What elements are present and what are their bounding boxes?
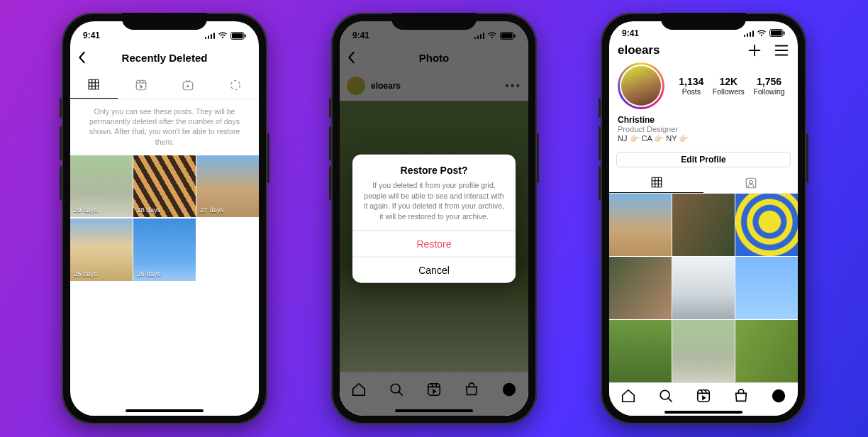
stat-number: 12K bbox=[713, 76, 745, 87]
profile-icon bbox=[771, 388, 786, 404]
bottom-nav bbox=[609, 382, 798, 409]
shop-icon bbox=[733, 388, 749, 404]
days-left-badge: 27 days bbox=[200, 206, 223, 214]
tab-posts-grid[interactable] bbox=[609, 173, 703, 193]
alert-body: If you deleted it from your profile grid… bbox=[352, 180, 516, 231]
grid-icon bbox=[87, 78, 100, 91]
back-button[interactable] bbox=[77, 51, 87, 64]
status-time: 9:41 bbox=[83, 31, 100, 40]
svg-rect-14 bbox=[784, 31, 785, 35]
create-button[interactable] bbox=[747, 43, 762, 58]
profile-header: eloears bbox=[609, 40, 798, 60]
stat-number: 1,756 bbox=[753, 76, 784, 87]
svg-point-16 bbox=[749, 180, 752, 184]
signal-icon bbox=[205, 32, 216, 39]
profile-bio: Christine Product Designer NJ 👉🏻 CA 👉🏻 N… bbox=[609, 112, 798, 149]
deleted-post[interactable]: 28 days bbox=[133, 155, 196, 218]
media-type-tabs bbox=[70, 71, 259, 99]
days-left-badge: 29 days bbox=[74, 206, 97, 214]
stat-following[interactable]: 1,756 Following bbox=[753, 76, 784, 96]
tab-igtv[interactable] bbox=[165, 71, 212, 99]
edit-profile-button[interactable]: Edit Profile bbox=[616, 152, 791, 167]
wifi-icon bbox=[218, 32, 228, 39]
profile-posts-grid bbox=[609, 194, 798, 382]
svg-point-19 bbox=[772, 389, 785, 402]
username-dropdown[interactable]: eloears bbox=[618, 43, 660, 57]
menu-button[interactable] bbox=[774, 44, 789, 57]
phone-recently-deleted: 9:41 Recently Deleted bbox=[62, 13, 267, 424]
profile-post[interactable] bbox=[735, 257, 798, 319]
profile-post[interactable] bbox=[735, 194, 798, 256]
profile-post[interactable] bbox=[609, 194, 672, 256]
home-indicator[interactable] bbox=[70, 406, 259, 416]
reels-icon bbox=[135, 79, 148, 92]
restore-button[interactable]: Restore bbox=[352, 230, 516, 256]
nav-reels[interactable] bbox=[696, 388, 711, 404]
status-indicators bbox=[205, 32, 247, 40]
profile-tabs bbox=[609, 173, 798, 194]
profile-post[interactable] bbox=[609, 257, 672, 319]
svg-rect-13 bbox=[771, 31, 782, 35]
stat-posts[interactable]: 1,134 Posts bbox=[679, 76, 703, 96]
profile-picture[interactable] bbox=[618, 62, 664, 109]
wifi-icon bbox=[757, 30, 767, 37]
profile-post[interactable] bbox=[672, 194, 735, 256]
nav-shop[interactable] bbox=[733, 388, 749, 404]
signal-icon bbox=[744, 30, 755, 37]
svg-rect-1 bbox=[232, 33, 243, 38]
battery-icon bbox=[769, 29, 785, 37]
tab-stories[interactable] bbox=[212, 71, 260, 99]
bio-category: Product Designer bbox=[618, 125, 789, 133]
profile-stats-row: 1,134 Posts 12K Followers 1,756 Followin… bbox=[609, 60, 798, 112]
page-title: Recently Deleted bbox=[122, 52, 208, 64]
nav-home[interactable] bbox=[621, 388, 636, 404]
home-icon bbox=[621, 388, 636, 404]
tab-grid[interactable] bbox=[70, 71, 118, 99]
deleted-post[interactable]: 27 days bbox=[196, 155, 259, 218]
bio-name: Christine bbox=[618, 115, 789, 125]
battery-icon bbox=[230, 32, 246, 40]
stat-label: Following bbox=[753, 87, 784, 96]
deleted-post[interactable]: 25 days bbox=[133, 218, 196, 281]
profile-post[interactable] bbox=[609, 320, 672, 382]
deleted-post[interactable]: 29 days bbox=[70, 155, 133, 218]
svg-rect-3 bbox=[136, 80, 146, 90]
tagged-icon bbox=[745, 177, 757, 189]
svg-point-5 bbox=[230, 80, 240, 89]
stat-label: Posts bbox=[679, 87, 703, 96]
bio-text: NJ 👉🏻 CA 👉🏻 NY 👉🏻 bbox=[618, 134, 789, 143]
hamburger-icon bbox=[774, 44, 789, 57]
info-text: Only you can see these posts. They will … bbox=[70, 99, 259, 155]
stat-number: 1,134 bbox=[679, 76, 703, 87]
nav-profile[interactable] bbox=[771, 388, 786, 404]
status-time: 9:41 bbox=[622, 28, 639, 38]
days-left-badge: 25 days bbox=[74, 270, 97, 277]
story-ring-icon bbox=[229, 79, 242, 92]
phone-profile: 9:41 eloears 1,134 Posts bbox=[601, 13, 806, 424]
profile-post[interactable] bbox=[735, 320, 798, 382]
profile-post[interactable] bbox=[672, 320, 735, 382]
reels-icon bbox=[696, 388, 711, 404]
restore-post-alert: Restore Post? If you deleted it from you… bbox=[352, 155, 516, 283]
days-left-badge: 25 days bbox=[137, 270, 160, 277]
deleted-post[interactable]: 25 days bbox=[70, 218, 133, 281]
cancel-button[interactable]: Cancel bbox=[352, 256, 516, 282]
grid-icon bbox=[650, 176, 663, 189]
svg-rect-18 bbox=[698, 389, 710, 402]
search-icon bbox=[658, 388, 674, 404]
status-indicators bbox=[744, 29, 786, 37]
stat-label: Followers bbox=[713, 87, 745, 96]
profile-post[interactable] bbox=[672, 257, 735, 319]
igtv-icon bbox=[182, 79, 194, 92]
phone-restore-dialog: 9:41 Photo eloears ••• bbox=[331, 13, 537, 424]
stat-followers[interactable]: 12K Followers bbox=[713, 76, 745, 96]
alert-title: Restore Post? bbox=[352, 155, 516, 180]
svg-rect-15 bbox=[746, 178, 756, 188]
nav-search[interactable] bbox=[658, 388, 674, 404]
svg-rect-2 bbox=[245, 34, 246, 38]
home-indicator[interactable] bbox=[609, 408, 798, 416]
tab-tagged[interactable] bbox=[703, 173, 798, 193]
deleted-posts-grid: 29 days 28 days 27 days 25 days 25 days bbox=[70, 155, 259, 281]
tab-reels[interactable] bbox=[118, 71, 165, 99]
days-left-badge: 28 days bbox=[137, 206, 160, 214]
